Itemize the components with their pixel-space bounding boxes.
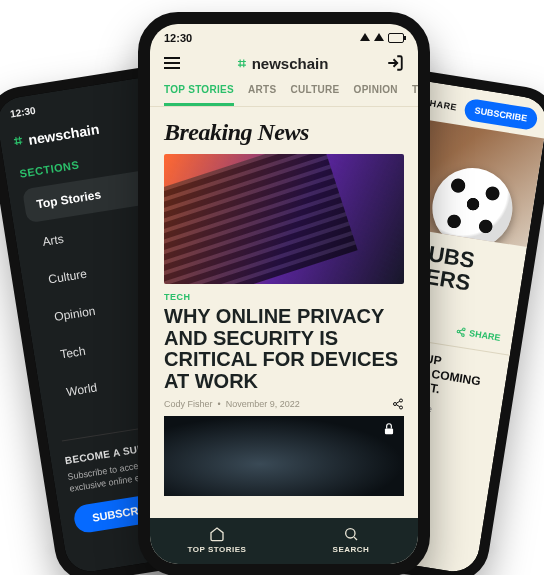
tab-arts[interactable]: ARTS: [248, 84, 276, 106]
tab-culture[interactable]: CULTURE: [290, 84, 339, 106]
menu-button[interactable]: [164, 57, 180, 69]
app-bar: ⌗ newschain: [150, 46, 418, 80]
card-image-secondary: [164, 416, 404, 496]
svg-point-6: [400, 399, 403, 402]
card-category: TECH: [164, 292, 404, 302]
login-button[interactable]: [386, 54, 404, 72]
brand-name: newschain: [27, 120, 100, 147]
hash-icon: ⌗: [13, 132, 24, 150]
phone-center: 12:30 ⌗ newschain: [138, 12, 430, 575]
tab-opinion[interactable]: OPINION: [354, 84, 398, 106]
svg-point-8: [400, 406, 403, 409]
card-meta: Cody Fisher • November 9, 2022: [164, 398, 404, 410]
card-author: Cody Fisher: [164, 399, 213, 409]
search-icon: [342, 526, 360, 542]
svg-point-10: [346, 529, 355, 538]
article-card[interactable]: TECH WHY ONLINE PRIVACY AND SECURITY IS …: [164, 154, 404, 496]
home-icon: [208, 526, 226, 542]
subscribe-pill[interactable]: SUBSCRIBE: [463, 98, 539, 131]
status-bar: 12:30: [150, 24, 418, 46]
signal-icon: [360, 33, 370, 41]
hash-icon: ⌗: [238, 55, 246, 72]
svg-point-3: [463, 328, 466, 331]
card-image-laptop: [164, 154, 404, 284]
battery-icon: [388, 33, 404, 43]
wifi-icon: [374, 33, 384, 41]
tab-top-stories[interactable]: TOP STORIES: [164, 84, 234, 106]
share-icon: [456, 326, 467, 337]
tab-tech[interactable]: TECH: [412, 84, 418, 106]
screen-home: 12:30 ⌗ newschain: [150, 24, 418, 564]
nav-search[interactable]: SEARCH: [284, 526, 418, 554]
share-label-green: SHARE: [468, 328, 501, 343]
nav-top-stories[interactable]: TOP STORIES: [150, 526, 284, 554]
svg-point-7: [394, 403, 397, 406]
category-tabs: TOP STORIES ARTS CULTURE OPINION TECH WO…: [150, 80, 418, 107]
share-button-inline[interactable]: SHARE: [456, 326, 502, 343]
status-time: 12:30: [164, 32, 192, 44]
lock-icon: [382, 422, 396, 436]
brand-logo: ⌗ newschain: [238, 55, 329, 72]
card-date: November 9, 2022: [226, 399, 300, 409]
page-heading: Breaking News: [150, 107, 418, 154]
bottom-nav: TOP STORIES SEARCH: [150, 518, 418, 564]
nav-label: TOP STORIES: [188, 545, 247, 554]
share-icon[interactable]: [392, 398, 404, 410]
nav-label: SEARCH: [333, 545, 370, 554]
svg-rect-9: [385, 429, 393, 435]
card-title: WHY ONLINE PRIVACY AND SECURITY IS CRITI…: [164, 306, 404, 392]
brand-name: newschain: [252, 55, 329, 72]
